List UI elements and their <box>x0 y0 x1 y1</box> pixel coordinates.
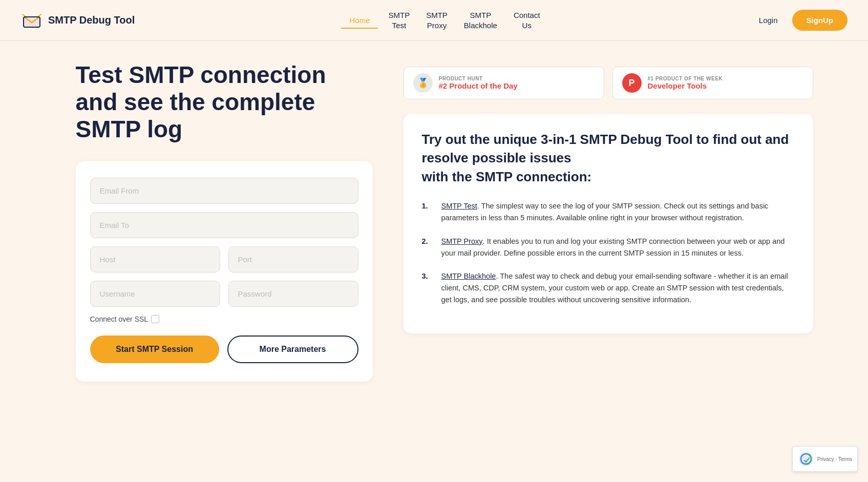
smtp-test-desc: . The simplest way to see the log of you… <box>441 202 769 222</box>
nav-actions: Login SignUp <box>753 10 848 31</box>
nav-home[interactable]: Home <box>341 12 378 29</box>
signup-button[interactable]: SignUp <box>792 10 848 31</box>
badge-week-main: Developer Tools <box>648 81 723 90</box>
logo-icon <box>20 9 43 32</box>
recaptcha-text: Privacy · Terms <box>817 456 852 462</box>
email-from-field[interactable] <box>90 178 358 204</box>
email-to-field[interactable] <box>90 212 358 238</box>
nav-smtp-test[interactable]: SMTPTest <box>382 6 416 34</box>
main-content: Test SMTP connection and see the complet… <box>25 41 844 402</box>
badge-product-day: 🏅 PRODUCT HUNT #2 Product of the Day <box>404 67 604 99</box>
badge-day-top: PRODUCT HUNT <box>439 76 518 81</box>
more-params-button[interactable]: More Parameters <box>227 336 358 363</box>
info-card: Try out the unique 3-in-1 SMTP Debug Too… <box>404 114 813 333</box>
logo[interactable]: SMTP Debug Tool <box>20 9 135 32</box>
username-password-row <box>90 281 358 307</box>
badges-row: 🏅 PRODUCT HUNT #2 Product of the Day P #… <box>404 67 813 99</box>
nav-smtp-blackhole[interactable]: SMTPBlackhole <box>458 6 503 34</box>
host-field[interactable] <box>90 246 220 273</box>
medal-icon: 🏅 <box>413 73 433 93</box>
smtp-test-link[interactable]: SMTP Test <box>441 202 477 210</box>
ssl-label: Connect over SSL <box>90 315 149 323</box>
hero-title: Test SMTP connection and see the complet… <box>76 61 373 143</box>
info-list: SMTP Test. The simplest way to see the l… <box>422 200 795 306</box>
badge-week-top: #1 PRODUCT OF THE WEEK <box>648 76 723 81</box>
host-port-row <box>90 246 358 273</box>
ssl-checkbox[interactable] <box>151 315 159 323</box>
ssl-row: Connect over SSL <box>90 315 358 323</box>
right-panel: 🏅 PRODUCT HUNT #2 Product of the Day P #… <box>404 61 813 382</box>
nav-contact[interactable]: ContactUs <box>507 6 546 34</box>
list-item: SMTP Test. The simplest way to see the l… <box>422 200 795 224</box>
smtp-proxy-link[interactable]: SMTP Proxy <box>441 237 483 245</box>
badge-product-week: P #1 PRODUCT OF THE WEEK Developer Tools <box>612 67 813 99</box>
username-field[interactable] <box>90 281 220 307</box>
start-session-button[interactable]: Start SMTP Session <box>90 336 219 363</box>
badge-week-text: #1 PRODUCT OF THE WEEK Developer Tools <box>648 76 723 90</box>
nav-smtp-proxy[interactable]: SMTPProxy <box>420 6 454 34</box>
badge-day-main: #2 Product of the Day <box>439 81 518 90</box>
badge-day-text: PRODUCT HUNT #2 Product of the Day <box>439 76 518 90</box>
smtp-proxy-desc: . It enables you to run and log your exi… <box>441 237 785 257</box>
left-panel: Test SMTP connection and see the complet… <box>76 61 373 382</box>
nav-links: Home SMTPTest SMTPProxy SMTPBlackhole Co… <box>341 6 546 34</box>
port-field[interactable] <box>228 246 358 273</box>
login-button[interactable]: Login <box>753 12 784 29</box>
smtp-blackhole-link[interactable]: SMTP Blackhole <box>441 272 496 280</box>
recaptcha-icon <box>798 451 814 467</box>
smtp-form-card: Connect over SSL Start SMTP Session More… <box>76 161 373 382</box>
info-title: Try out the unique 3-in-1 SMTP Debug Too… <box>422 130 795 186</box>
producthunt-p-icon: P <box>622 73 642 93</box>
navigation: SMTP Debug Tool Home SMTPTest SMTPProxy … <box>0 0 868 41</box>
password-field[interactable] <box>228 281 358 307</box>
list-item: SMTP Blackhole. The safest way to check … <box>422 270 795 306</box>
list-item: SMTP Proxy. It enables you to run and lo… <box>422 236 795 259</box>
logo-text: SMTP Debug Tool <box>48 14 135 26</box>
form-buttons: Start SMTP Session More Parameters <box>90 336 358 363</box>
recaptcha-badge: Privacy · Terms <box>792 446 858 472</box>
